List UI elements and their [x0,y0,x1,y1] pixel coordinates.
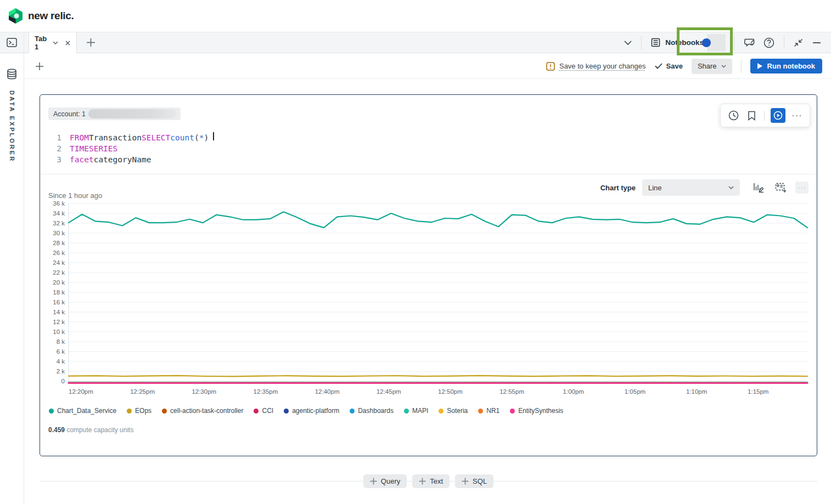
compute-units-footer: 0.459 compute capacity units [48,426,808,434]
history-clock-icon[interactable] [726,108,741,123]
add-to-dashboard-icon[interactable] [773,180,789,195]
run-notebook-button[interactable]: Run notebook [750,59,822,73]
svg-text:32 k: 32 k [53,220,65,226]
brand-name: new relic. [28,10,74,22]
code-token: facet [70,154,94,165]
legend-label: Dashboards [358,407,394,415]
legend-item[interactable]: EntitySynthesis [510,407,563,415]
help-icon[interactable] [761,35,777,50]
code-line[interactable]: 2TIMESERIES [48,143,808,154]
code-token: Transaction [89,132,142,143]
svg-text:12:55pm: 12:55pm [499,388,524,395]
code-token: SELECT [142,132,170,143]
collapse-window-icon[interactable] [791,36,805,49]
legend-item[interactable]: Dashboards [350,407,394,415]
svg-text:12:30pm: 12:30pm [192,388,216,395]
time-range-label: Since 1 hour ago [48,191,102,200]
tab-strip: Tab 1 Notebooks [24,32,831,53]
tab-close-icon[interactable] [64,39,71,47]
sidebar-data-explorer-label[interactable]: DATA EXPLORER [9,90,15,162]
check-icon [655,63,662,69]
tab-chevron-down-icon[interactable] [52,40,59,46]
share-button[interactable]: Share [692,59,732,74]
avatar-dot [702,38,711,47]
chart-header: Since 1 hour ago Chart type Line [48,174,808,200]
line-number: 2 [48,143,61,154]
legend-label: MAPI [412,407,428,415]
database-icon[interactable] [4,66,19,82]
add-cell-plus-icon[interactable] [33,60,46,73]
svg-text:12:25pm: 12:25pm [130,388,155,395]
legend-dot-icon [350,409,355,414]
run-cell-button[interactable] [771,108,785,123]
divider [734,36,734,49]
legend-item[interactable]: EOps [127,407,151,415]
warning-icon [546,62,555,71]
chart-more-options-icon[interactable]: ··· [795,182,808,194]
legend-dot-icon [127,409,132,414]
minimize-icon[interactable] [810,39,823,46]
svg-text:28 k: 28 k [53,240,65,246]
svg-text:0: 0 [61,378,65,384]
legend-item[interactable]: CCI [254,407,273,415]
bookmark-icon[interactable] [745,109,758,123]
cell-hover-toolbar: ··· [720,104,810,127]
code-token: count [170,132,194,143]
chart-plot-area[interactable]: 36 k34 k32 k30 k28 k26 k24 k22 k20 k18 k… [48,200,808,398]
svg-text:1:10pm: 1:10pm [686,388,707,395]
divider [741,60,742,73]
legend-item[interactable]: MAPI [404,407,428,415]
query-cell-card: Account: 1 ··· 1FRO [40,94,817,456]
svg-text:16 k: 16 k [53,299,65,305]
legend-dot-icon [284,409,289,414]
left-sidebar: DATA EXPLORER [0,32,24,504]
edit-chart-icon[interactable] [751,180,766,195]
chart-type-select[interactable]: Line [642,179,740,196]
legend-item[interactable]: cell-action-task-controller [162,407,243,415]
legend-item[interactable]: NR1 [478,407,499,415]
account-pill[interactable]: Account: 1 [48,107,181,120]
code-token: FROM [70,132,89,143]
svg-text:20 k: 20 k [53,279,65,286]
legend-item[interactable]: Chart_Data_Service [49,407,116,415]
add-query-button[interactable]: Query [363,474,407,488]
legend-dot-icon [162,409,167,414]
legend-item[interactable]: Soteria [439,407,468,415]
save-button[interactable]: Save [655,62,683,70]
code-line[interactable]: 1FROM Transaction SELECT count(*) [48,132,808,143]
legend-dot-icon [439,409,443,414]
add-sql-button[interactable]: SQL [455,474,493,488]
timeseries-chart[interactable]: 36 k34 k32 k30 k28 k26 k24 k22 k20 k18 k… [48,200,808,398]
divider [764,111,765,121]
nrql-editor[interactable]: 1FROM Transaction SELECT count(*)2TIMESE… [48,132,808,165]
svg-text:12:35pm: 12:35pm [254,388,278,395]
notebooks-button[interactable]: Notebooks [649,35,706,50]
svg-text:2 k: 2 k [57,368,65,375]
series-line-Chart_Data_Service [69,212,807,228]
svg-text:22 k: 22 k [53,269,65,276]
svg-text:1:05pm: 1:05pm [625,388,645,395]
cell-more-options-icon[interactable]: ··· [790,110,804,121]
add-tab-button[interactable] [81,32,100,53]
legend-label: NR1 [486,407,499,415]
chevron-down-icon [721,65,726,68]
legend-label: cell-action-task-controller [170,407,243,415]
avatar-redacted[interactable] [707,34,726,52]
code-token: ) [204,132,209,143]
svg-text:4 k: 4 k [57,358,65,365]
compute-units-value: 0.459 [48,426,65,434]
code-token: TIMESERIES [70,143,117,154]
svg-text:12:40pm: 12:40pm [315,388,340,395]
svg-text:12 k: 12 k [53,319,65,325]
legend-item[interactable]: agentic-platform [284,407,339,415]
collapse-panel-chevron-icon[interactable] [622,38,634,47]
add-text-button[interactable]: Text [412,474,450,488]
plus-icon [370,478,377,485]
code-line[interactable]: 3facet categoryName [48,154,808,165]
save-notice-text[interactable]: Save to keep your changes [559,62,646,70]
notebook-doc-icon [651,38,660,47]
feedback-icon[interactable] [742,35,757,50]
terminal-icon[interactable] [4,36,19,49]
tab-tab1[interactable]: Tab 1 [29,32,77,53]
code-token: * [199,132,204,143]
